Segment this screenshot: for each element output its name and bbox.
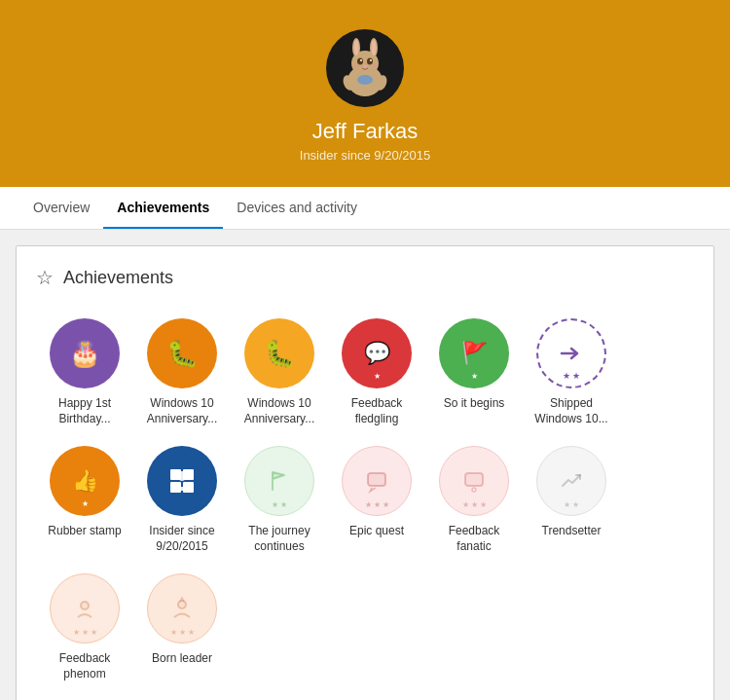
achievement-rubber-stamp: 👍 ★ Rubber stamp bbox=[36, 436, 133, 564]
achievement-label: The journey continues bbox=[236, 524, 323, 554]
cake-icon: 🎂 bbox=[69, 339, 100, 369]
svg-point-13 bbox=[357, 75, 373, 85]
svg-point-10 bbox=[363, 65, 367, 68]
achievements-panel: ☆ Achievements 🎂 Happy 1st Birthday... 🐛… bbox=[16, 245, 714, 700]
achievements-heading: ☆ Achievements bbox=[36, 266, 694, 289]
user-since: Insider since 9/20/2015 bbox=[300, 148, 430, 163]
achievement-grid: 🎂 Happy 1st Birthday... 🐛 Windows 10 Ann… bbox=[36, 309, 694, 692]
person-icon bbox=[166, 465, 198, 497]
achievement-windows-anniversary-1: 🐛 Windows 10 Anniversary... bbox=[133, 309, 231, 436]
svg-point-20 bbox=[81, 602, 89, 609]
navigation: Overview Achievements Devices and activi… bbox=[0, 187, 730, 230]
achievement-label: Trendsetter bbox=[542, 524, 602, 539]
achievement-label: Born leader bbox=[152, 651, 212, 667]
main-content: ☆ Achievements 🎂 Happy 1st Birthday... 🐛… bbox=[0, 230, 730, 700]
achievement-label: Rubber stamp bbox=[48, 524, 121, 539]
achievement-label: Insider since 9/20/2015 bbox=[138, 524, 226, 554]
feedback-faded-icon bbox=[461, 468, 487, 494]
arrow-dashed-icon bbox=[558, 340, 585, 367]
flag-faded-icon bbox=[267, 468, 292, 494]
feedback-icon: 💬 bbox=[364, 341, 390, 366]
speech-faded-icon bbox=[364, 468, 389, 494]
achievement-feedback-fledgling: 💬 ★ Feedback fledgling bbox=[328, 309, 425, 436]
achievement-born-leader: ★ ★ ★ Born leader bbox=[133, 564, 231, 691]
feedback-phenom-icon bbox=[72, 596, 97, 621]
header: Jeff Farkas Insider since 9/20/2015 bbox=[0, 0, 730, 187]
achievement-label: Epic quest bbox=[349, 524, 404, 539]
avatar bbox=[326, 29, 404, 107]
svg-rect-18 bbox=[465, 473, 483, 486]
achievement-insider-since: Insider since 9/20/2015 bbox=[133, 436, 231, 564]
svg-point-21 bbox=[178, 601, 186, 608]
achievement-happy-birthday: 🎂 Happy 1st Birthday... bbox=[36, 309, 133, 436]
svg-point-3 bbox=[354, 40, 359, 55]
achievement-label: So it begins bbox=[444, 396, 505, 412]
achievement-label: Feedback fledgling bbox=[333, 396, 420, 426]
achievement-windows-anniversary-2: 🐛 Windows 10 Anniversary... bbox=[231, 309, 328, 436]
achievement-journey-continues: ★ ★ The journey continues bbox=[231, 436, 328, 564]
achievement-epic-quest: ★ ★ ★ Epic quest bbox=[328, 436, 425, 564]
star-icon: ☆ bbox=[36, 266, 54, 289]
svg-point-5 bbox=[372, 40, 377, 55]
achievement-feedback-phenom: ★ ★ ★ Feedback phenom bbox=[36, 564, 133, 691]
leader-faded-icon bbox=[169, 596, 195, 621]
achievement-so-it-begins: 🚩 ★ So it begins bbox=[425, 309, 523, 436]
svg-point-12 bbox=[370, 63, 378, 69]
achievement-label: Shipped Windows 10... bbox=[528, 396, 615, 426]
nav-overview[interactable]: Overview bbox=[19, 188, 103, 229]
svg-point-11 bbox=[352, 63, 360, 69]
svg-point-16 bbox=[177, 471, 187, 481]
achievement-label: Feedback phenom bbox=[41, 651, 128, 682]
nav-devices[interactable]: Devices and activity bbox=[223, 188, 371, 229]
trend-faded-icon bbox=[559, 468, 584, 494]
flag-icon: 🚩 bbox=[461, 341, 488, 366]
achievement-label: Windows 10 Anniversary... bbox=[138, 396, 226, 426]
bug-icon-2: 🐛 bbox=[264, 339, 295, 369]
svg-rect-17 bbox=[368, 473, 385, 486]
achievement-trendsetter: ★ ★ Trendsetter bbox=[523, 436, 620, 564]
nav-achievements[interactable]: Achievements bbox=[103, 188, 223, 229]
achievement-label: Windows 10 Anniversary... bbox=[236, 396, 323, 426]
achievement-label: Happy 1st Birthday... bbox=[41, 396, 128, 426]
svg-point-19 bbox=[472, 488, 476, 492]
thumb-icon: 👍 bbox=[72, 468, 98, 494]
achievement-shipped-windows: ★ ★ Shipped Windows 10... bbox=[523, 309, 620, 436]
svg-point-9 bbox=[370, 59, 372, 61]
achievement-label: Feedback fanatic bbox=[430, 524, 518, 554]
achievement-feedback-fanatic: ★ ★ ★ Feedback fanatic bbox=[425, 436, 523, 564]
bug-icon: 🐛 bbox=[166, 339, 198, 369]
svg-point-8 bbox=[360, 59, 362, 61]
user-name: Jeff Farkas bbox=[312, 119, 418, 144]
